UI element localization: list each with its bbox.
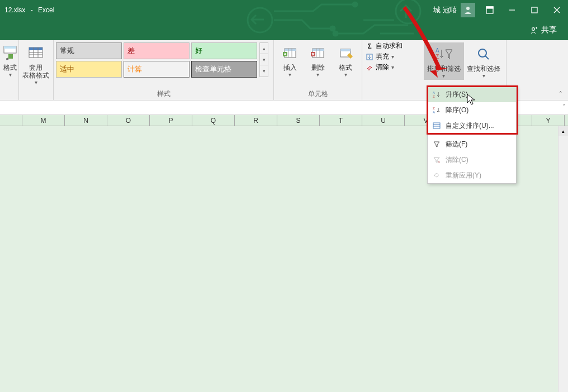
svg-rect-28 (313, 49, 324, 51)
gallery-up-icon[interactable]: ▴ (260, 43, 268, 54)
gallery-more-icon[interactable]: ▾ (260, 65, 268, 77)
chevron-down-icon: ▾ (391, 64, 394, 70)
filter-icon (432, 140, 441, 149)
close-button[interactable] (546, 0, 568, 20)
group-conditional-format: ≠ 格式 ▾ (0, 40, 19, 100)
maximize-button[interactable] (523, 0, 546, 20)
col-header[interactable]: N (65, 115, 107, 126)
styles-gallery[interactable]: 常规 差 好 适中 计算 检查单元格 (56, 42, 257, 78)
svg-rect-7 (486, 7, 493, 8)
col-header[interactable]: S (277, 115, 320, 126)
chevron-down-icon: ▾ (316, 71, 319, 78)
group-label-styles: 样式 (54, 88, 273, 100)
col-header[interactable]: U (362, 115, 405, 126)
share-row: 共享 (0, 20, 568, 40)
group-editing-small: Σ 自动求和 填充 ▾ 清除 ▾ (362, 40, 422, 100)
autosum-button[interactable]: Σ 自动求和 (365, 41, 403, 51)
col-header[interactable]: R (235, 115, 277, 126)
find-select-button[interactable]: 查找和选择 ▾ (464, 42, 504, 80)
delete-icon (311, 44, 325, 63)
style-good[interactable]: 好 (191, 42, 257, 59)
clear-button[interactable]: 清除 ▾ (365, 63, 394, 72)
eraser-icon (366, 64, 373, 71)
svg-rect-42 (433, 123, 440, 128)
user-account[interactable]: 城 冠嘻 (430, 2, 479, 18)
chevron-down-icon: ▾ (35, 79, 37, 85)
svg-text:Z: Z (433, 107, 435, 110)
col-header[interactable]: P (150, 115, 192, 126)
svg-rect-14 (4, 46, 16, 49)
col-header[interactable]: Y (532, 115, 565, 126)
share-button[interactable]: 共享 (530, 25, 557, 35)
svg-point-12 (532, 28, 535, 31)
svg-point-37 (479, 49, 486, 57)
fill-button[interactable]: 填充 ▾ (365, 52, 394, 61)
col-header[interactable] (0, 115, 22, 126)
chevron-down-icon: ▾ (288, 71, 291, 78)
collapse-ribbon-button[interactable]: ˄ (557, 90, 565, 98)
menu-label: 重新应用(Y) (446, 171, 481, 180)
sort-desc-icon: ZA (432, 106, 441, 114)
style-calculation[interactable]: 计算 (124, 61, 190, 78)
user-name: 城 冠嘻 (433, 5, 457, 15)
group-styles: 常规 差 好 适中 计算 检查单元格 ▴ ▾ ▾ 样式 (54, 40, 274, 100)
sort-filter-button[interactable]: AZ 排序和筛选 ▾ (424, 42, 464, 80)
app-name: Excel (38, 6, 54, 14)
svg-text:Z: Z (433, 95, 435, 98)
clear-filter-icon (432, 155, 441, 164)
sort-asc-icon: AZ (432, 90, 441, 99)
menu-sort-descending[interactable]: ZA 降序(O) (428, 102, 516, 118)
sigma-icon: Σ (366, 42, 373, 50)
insert-icon (283, 44, 297, 63)
menu-separator (428, 135, 516, 135)
svg-text:Z: Z (436, 54, 439, 60)
sort-filter-icon: AZ (434, 45, 453, 64)
expand-formula-icon[interactable]: ˅ (562, 103, 566, 111)
menu-sort-ascending[interactable]: AZ 升序(S) (428, 87, 516, 102)
col-header[interactable]: O (107, 115, 150, 126)
col-header[interactable]: T (320, 115, 362, 126)
chevron-down-icon: ▾ (9, 71, 12, 78)
col-header[interactable]: M (22, 115, 65, 126)
gallery-down-icon[interactable]: ▾ (260, 54, 268, 65)
user-avatar-icon (461, 3, 475, 17)
ribbon-options-button[interactable] (479, 0, 501, 20)
chevron-down-icon: ▾ (391, 54, 394, 60)
svg-text:A: A (433, 111, 435, 114)
insert-button[interactable]: 插入 ▾ (276, 42, 304, 79)
reapply-icon (432, 171, 441, 180)
share-label: 共享 (541, 25, 557, 35)
filename: 12.xlsx (4, 6, 25, 14)
col-header[interactable]: Q (192, 115, 235, 126)
format-icon (338, 44, 353, 63)
conditional-format-button[interactable]: ≠ 格式 ▾ (2, 42, 18, 79)
menu-label: 降序(O) (446, 106, 468, 115)
style-check-cell[interactable]: 检查单元格 (191, 61, 257, 78)
group-table-format: 套用表格格式 ▾ (19, 40, 54, 100)
svg-point-3 (353, 2, 357, 7)
format-button[interactable]: 格式 ▾ (332, 42, 359, 79)
title-sep: - (31, 6, 33, 14)
style-bad[interactable]: 差 (124, 42, 190, 59)
menu-custom-sort[interactable]: 自定义排序(U)... (428, 118, 516, 133)
scroll-up-icon[interactable]: ▴ (558, 126, 568, 136)
menu-label: 自定义排序(U)... (446, 121, 494, 131)
style-neutral[interactable]: 适中 (56, 61, 122, 78)
gallery-spinner[interactable]: ▴ ▾ ▾ (259, 42, 268, 77)
menu-reapply: 重新应用(Y) (428, 168, 516, 183)
custom-sort-icon (432, 121, 441, 130)
sort-filter-menu: AZ 升序(S) ZA 降序(O) 自定义排序(U)... 筛选(F) 清除(C… (427, 86, 517, 184)
menu-filter[interactable]: 筛选(F) (428, 136, 516, 152)
window-title: 12.xlsx - Excel (0, 6, 54, 14)
delete-button[interactable]: 删除 ▾ (304, 42, 332, 79)
chevron-up-icon: ˄ (559, 90, 562, 98)
style-normal[interactable]: 常规 (56, 42, 122, 59)
menu-label: 筛选(F) (446, 140, 467, 149)
minimize-button[interactable] (501, 0, 523, 20)
menu-label: 升序(S) (446, 90, 468, 99)
chevron-down-icon: ▾ (344, 71, 347, 78)
vertical-scrollbar[interactable]: ▴ (558, 126, 568, 392)
menu-clear: 清除(C) (428, 152, 516, 168)
svg-text:A: A (433, 91, 435, 94)
table-format-button[interactable]: 套用表格格式 ▾ (21, 42, 50, 87)
